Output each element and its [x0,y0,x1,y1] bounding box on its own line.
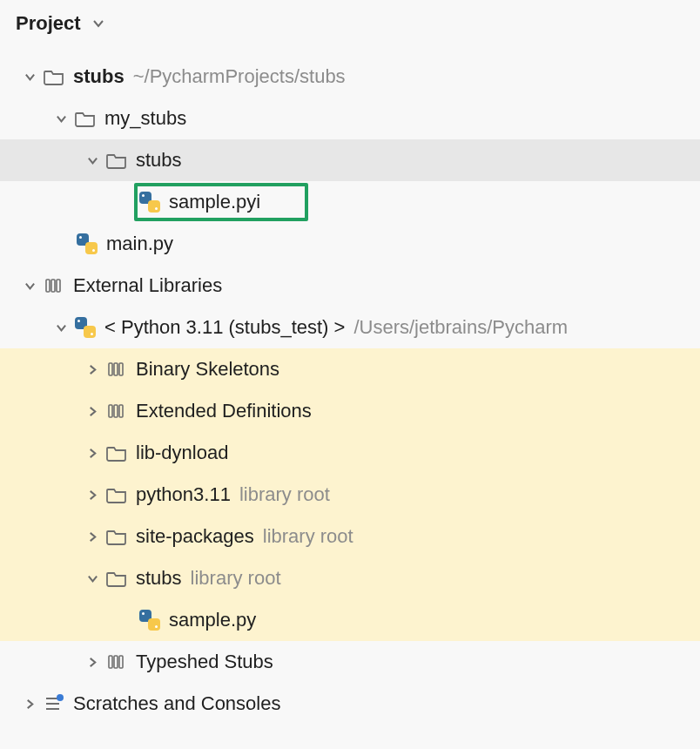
chevron-right-icon[interactable] [19,693,40,714]
tree-node-my-stubs[interactable]: my_stubs [0,98,700,139]
tree-node-label: sample.pyi [169,191,260,213]
python-file-icon [138,190,162,214]
folder-icon [73,106,98,131]
chevron-right-icon[interactable] [82,651,103,672]
folder-icon [104,566,129,590]
tree-node-binary-skeletons[interactable]: Binary Skeletons [0,348,700,390]
tree-node-label: Scratches and Consoles [73,692,280,715]
tree-node-sample-py[interactable]: sample.py [0,599,700,641]
python-file-icon [138,608,162,632]
chevron-down-icon[interactable] [19,275,40,296]
tree-node-suffix: library root [263,525,353,548]
project-title: Project [16,12,81,35]
svg-rect-8 [119,405,123,417]
chevron-down-icon[interactable] [19,66,40,87]
svg-rect-6 [109,405,112,417]
tree-node-label: Extended Definitions [136,400,312,422]
tree-node-label: lib-dynload [136,442,228,464]
tree-node-stubs-lib[interactable]: stubs library root [0,557,700,599]
tree-node-label: python3.11 [136,483,231,506]
tree-node-label: External Libraries [73,274,222,297]
tree-node-scratches[interactable]: Scratches and Consoles [0,683,700,725]
library-icon [42,273,66,298]
svg-rect-10 [114,656,118,668]
tree-node-extended-definitions[interactable]: Extended Definitions [0,390,700,432]
tree-node-path: ~/PycharmProjects/stubs [133,65,346,88]
tree-node-label: Typeshed Stubs [136,651,273,673]
tree-node-label: main.py [106,233,173,255]
tree-node-root[interactable]: stubs ~/PycharmProjects/stubs [0,56,700,98]
chevron-right-icon[interactable] [82,401,103,422]
svg-rect-0 [46,280,50,292]
tree-node-label: stubs [136,567,182,590]
tree-node-lib-dynload[interactable]: lib-dynload [0,432,700,474]
project-header[interactable]: Project [0,0,700,44]
tree-node-path: /Users/jetbrains/Pycharm [353,316,568,339]
svg-rect-3 [109,363,112,375]
svg-rect-11 [119,656,123,668]
chevron-right-icon[interactable] [82,442,103,463]
folder-icon [104,524,129,549]
svg-rect-4 [114,363,118,375]
tree-node-interpreter[interactable]: < Python 3.11 (stubs_test) > /Users/jetb… [0,307,700,348]
tree-node-typeshed[interactable]: Typeshed Stubs [0,641,700,683]
tree-node-label: site-packages [136,525,254,548]
svg-rect-9 [109,656,112,668]
svg-rect-2 [57,280,60,292]
tree-node-main-py[interactable]: main.py [0,223,700,265]
svg-rect-1 [51,280,55,292]
library-icon [104,650,129,674]
chevron-down-icon[interactable] [82,568,103,589]
library-icon [104,357,129,381]
folder-icon [104,482,129,507]
tree-node-label: < Python 3.11 (stubs_test) > [104,316,345,339]
chevron-right-icon[interactable] [82,484,103,505]
tree-node-label: stubs [136,149,182,172]
library-icon [104,399,129,423]
chevron-down-icon[interactable] [50,317,71,338]
python-icon [73,315,98,340]
chevron-down-icon[interactable] [50,108,71,129]
tree-node-label: stubs [73,65,125,88]
chevron-down-icon[interactable] [82,150,103,171]
tree-node-suffix: library root [191,567,281,590]
folder-icon [42,64,66,89]
folder-icon [104,148,129,172]
project-tree: stubs ~/PycharmProjects/stubs my_stubs s… [0,44,700,725]
tree-node-label: Binary Skeletons [136,358,279,381]
tree-node-site-packages[interactable]: site-packages library root [0,516,700,557]
tree-node-python311[interactable]: python3.11 library root [0,474,700,516]
chevron-down-icon[interactable] [90,15,107,32]
scratches-icon [42,692,66,716]
tree-node-label: sample.py [169,609,256,631]
tree-node-stubs[interactable]: stubs [0,139,700,181]
tree-node-sample-pyi[interactable]: sample.pyi [0,181,700,223]
python-file-icon [75,232,99,256]
chevron-right-icon[interactable] [82,359,103,380]
tree-node-label: my_stubs [104,107,186,130]
tree-node-suffix: library root [239,483,330,506]
svg-rect-7 [114,405,118,417]
project-tool-window: Project stubs ~/PycharmProjects/stubs [0,0,700,749]
chevron-right-icon[interactable] [82,526,103,547]
folder-icon [104,441,129,465]
svg-point-15 [57,694,64,701]
svg-rect-5 [119,363,123,375]
tree-node-external-libraries[interactable]: External Libraries [0,265,700,307]
